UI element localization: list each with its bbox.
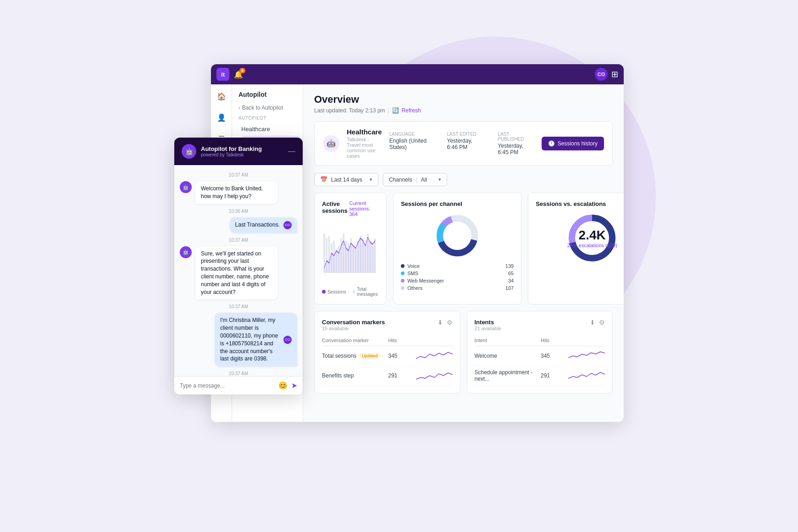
chat-bubble-user: I'm Christina Miller, my client number i… xyxy=(215,313,297,366)
last-updated-label: Last updated: Today 2:13 pm xyxy=(314,107,385,114)
table-row: Total sessions Updated 345 xyxy=(322,346,453,366)
channels-value: All xyxy=(421,177,427,183)
channel-voice-label: Voice xyxy=(407,263,420,269)
sidebar-back-button[interactable]: ‹ Back to Autopilot xyxy=(232,102,303,114)
sessions-escalations-card: Sessions vs. escalations 2.4K xyxy=(528,193,624,305)
marker-name-benefits: Benefits step xyxy=(322,372,388,379)
language-label: Language xyxy=(389,132,432,137)
intents-title: Intents xyxy=(475,319,502,326)
col-intent-chart-header xyxy=(568,338,605,343)
donut-chart: Voice 139 SMS 65 xyxy=(401,213,514,293)
timestamp: 10:37 AM xyxy=(180,238,297,243)
table-row: Welcome 345 xyxy=(475,346,605,366)
last-edited-label: Last edited xyxy=(447,132,483,137)
timestamp: 10:37 AM xyxy=(180,304,297,309)
escalations-sub-label: 28% escalations (629) xyxy=(567,243,617,248)
chat-message-user: I'm Christina Miller, my client number i… xyxy=(180,313,297,366)
stats-grid: Active sessions Current sessions: 364 xyxy=(314,193,613,305)
channel-sms-count: 65 xyxy=(508,271,514,276)
sidebar-icon-users[interactable]: 👤 xyxy=(214,110,229,125)
filters-row: 📅 Last 14 days ▾ Channels | All ▾ xyxy=(314,173,613,186)
escalations-donut: 2.4K 28% escalations (629) xyxy=(536,213,624,263)
language-value: English (United States) xyxy=(389,138,432,150)
col-marker-header: Conversation marker xyxy=(322,338,388,343)
channel-sms-label: SMS xyxy=(407,271,418,276)
marker-hits-benefits: 291 xyxy=(388,372,416,379)
bot-avatar: 🤖 xyxy=(180,246,192,258)
table-row: Schedule appointment - next... 291 xyxy=(475,366,605,386)
intents-card: Intents 21 available ⬇ ⚙ Intent Hits xyxy=(467,311,613,393)
sessions-per-channel-card: Sessions per channel xyxy=(393,193,521,305)
intents-subtitle: 21 available xyxy=(475,326,502,331)
chat-input[interactable] xyxy=(180,382,275,389)
current-sessions-badge: Current sessions: 364 xyxy=(349,200,379,217)
healthcare-name: Healthcare xyxy=(347,128,382,136)
active-sessions-card: Active sessions Current sessions: 364 xyxy=(314,193,387,305)
intent-name-schedule: Schedule appointment - next... xyxy=(475,369,541,382)
chat-header-sub: powered by Talkdesk xyxy=(201,152,283,157)
user-avatar-small: CO xyxy=(283,336,292,344)
grid-icon[interactable]: ⊞ xyxy=(611,69,618,79)
healthcare-card: 🤖 Healthcare Talkdesk · Travel most comm… xyxy=(314,121,613,166)
intents-settings-icon[interactable]: ⚙ xyxy=(599,319,605,326)
channels-filter[interactable]: Channels | All ▾ xyxy=(383,173,447,186)
last-published-value: Yesterday, 6:45 PM xyxy=(498,143,534,155)
active-sessions-title: Active sessions xyxy=(322,200,349,214)
channel-webmessenger-label: Web Messenger xyxy=(407,278,444,283)
marker-hits-total-sessions: 345 xyxy=(388,353,416,359)
page-subtitle: Last updated: Today 2:13 pm | 🔄 Refresh xyxy=(314,107,613,114)
date-range-filter[interactable]: 📅 Last 14 days ▾ xyxy=(314,173,378,186)
table-row: Benefits step 291 xyxy=(322,366,453,386)
chat-header-title: Autopilot for Banking xyxy=(201,145,283,152)
timestamp: 10:37 AM xyxy=(180,371,297,376)
channel-voice-count: 139 xyxy=(505,263,514,269)
healthcare-sub: Talkdesk · Travel most common use cases xyxy=(347,137,382,159)
chat-messages: 10:37 AM 🤖 Welcome to Bank United, how m… xyxy=(174,165,303,376)
chat-message-bot: 🤖 Welcome to Bank United, how may I help… xyxy=(180,181,297,204)
conv-markers-title: Conversation markers xyxy=(322,319,385,326)
page-title: Overview xyxy=(314,94,359,105)
chevron-down-icon: ▾ xyxy=(370,177,372,183)
marker-name-total-sessions: Total sessions Updated xyxy=(322,353,388,359)
settings-icon[interactable]: ⚙ xyxy=(447,319,453,326)
sidebar-main-label: Autopilot xyxy=(232,89,303,102)
chat-header: 🤖 Autopilot for Banking powered by Talkd… xyxy=(174,138,303,165)
notification-bell[interactable]: 🔔 8 xyxy=(234,70,243,79)
refresh-button[interactable]: Refresh xyxy=(402,107,421,114)
intent-name-welcome: Welcome xyxy=(475,353,541,359)
date-range-label: Last 14 days xyxy=(331,177,362,183)
col-chart-header xyxy=(416,338,453,343)
notification-badge: 8 xyxy=(239,68,245,73)
donut-legend: Voice 139 SMS 65 xyxy=(401,263,514,293)
col-intents-hits-header: Hits xyxy=(541,338,568,343)
send-button[interactable]: ➤ xyxy=(291,381,297,390)
intent-hits-schedule: 291 xyxy=(541,372,568,379)
chevron-down-icon-channels: ▾ xyxy=(438,177,441,183)
download-icon[interactable]: ⬇ xyxy=(438,319,443,326)
intents-download-icon[interactable]: ⬇ xyxy=(590,319,595,326)
escalations-big-number: 2.4K xyxy=(567,228,617,243)
col-hits-header: Hits xyxy=(388,338,416,343)
col-intent-header: Intent xyxy=(475,338,541,343)
healthcare-icon: 🤖 xyxy=(323,135,339,152)
clock-icon: 🕐 xyxy=(548,140,555,147)
minimize-button[interactable]: — xyxy=(288,147,295,155)
sidebar-icon-home[interactable]: 🏠 xyxy=(214,89,229,104)
user-avatar[interactable]: CO xyxy=(595,68,608,81)
timestamp: 10:36 AM xyxy=(180,209,297,214)
sessions-history-button[interactable]: 🕐 Sessions history xyxy=(542,137,604,150)
conv-markers-subtitle: 15 available xyxy=(322,326,385,331)
channels-label: Channels xyxy=(389,177,412,183)
calendar-icon: 📅 xyxy=(320,176,327,183)
chat-footer: 😊 ➤ xyxy=(174,376,303,394)
chat-bubble-user: Last Transactions. CO xyxy=(230,217,297,233)
updated-badge: Updated xyxy=(359,353,380,359)
logo: it xyxy=(216,68,229,81)
sidebar-item-healthcare[interactable]: Healthcare xyxy=(235,122,300,136)
refresh-icon: 🔄 xyxy=(392,107,399,114)
chat-header-icon: 🤖 xyxy=(182,144,196,159)
emoji-icon[interactable]: 😊 xyxy=(278,381,288,390)
chat-panel: 🤖 Autopilot for Banking powered by Talkd… xyxy=(174,138,303,394)
channels-divider: | xyxy=(416,177,417,183)
chat-message-user: Last Transactions. CO xyxy=(180,217,297,233)
